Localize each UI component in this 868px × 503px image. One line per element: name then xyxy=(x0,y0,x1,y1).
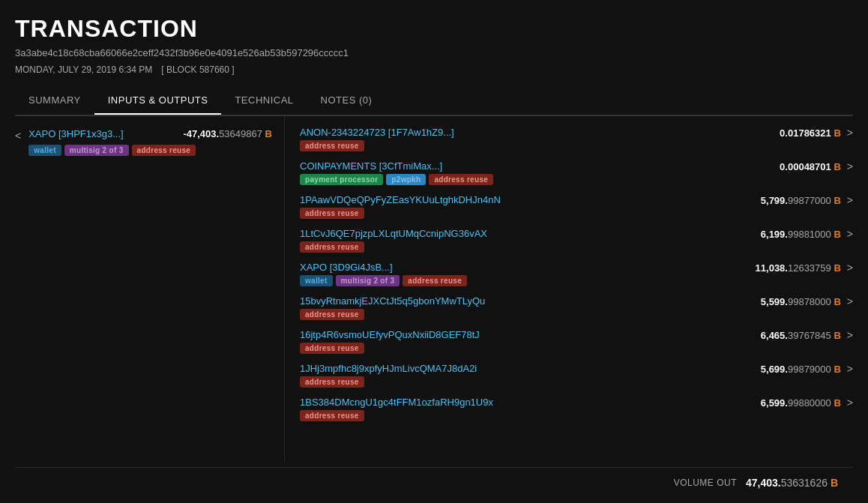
output-tags: address reuse xyxy=(300,208,761,219)
output-amount: 5,699.99879000 B xyxy=(761,364,841,375)
tag-address-reuse: address reuse xyxy=(300,376,364,388)
output-amount: 5,799.99877000 B xyxy=(761,195,841,206)
output-row: 1LtCvJ6QE7pjzpLXLqtUMqCcnipNG36vAXaddres… xyxy=(300,225,853,256)
arrow-right-icon: > xyxy=(847,262,853,274)
output-left: XAPO [3D9Gi4JsB...]walletmultisig 2 of 3… xyxy=(300,262,756,286)
tabs-bar: SUMMARYINPUTS & OUTPUTSTECHNICALNOTES (0… xyxy=(15,87,853,115)
page-title: TRANSACTION xyxy=(15,15,853,43)
output-row: 1BS384DMcngU1gc4tFFM1ozfaRH9gn1U9xaddres… xyxy=(300,394,853,424)
output-right: 0.01786321 B> xyxy=(780,127,853,139)
tag-p2wpkh: p2wpkh xyxy=(386,174,426,185)
volume-out-bold: 47,403. xyxy=(746,477,781,489)
output-name[interactable]: 16jtp4R6vsmoUEfyvPQuxNxiiD8GEF78tJ xyxy=(300,329,480,340)
volume-out-dim: 53631626 xyxy=(781,477,828,489)
output-tags: address reuse xyxy=(300,410,761,421)
arrow-right-icon: > xyxy=(847,160,853,172)
output-left: 1LtCvJ6QE7pjzpLXLqtUMqCcnipNG36vAXaddres… xyxy=(300,228,761,253)
tag-address-reuse: address reuse xyxy=(300,343,364,354)
outputs-panel: ANON-2343224723 [1F7Aw1hZ9...]address re… xyxy=(285,116,853,461)
output-left: 16jtp4R6vsmoUEfyvPQuxNxiiD8GEF78tJaddres… xyxy=(300,329,761,354)
tab-notes--0-[interactable]: NOTES (0) xyxy=(307,87,386,115)
arrow-right-icon: > xyxy=(847,397,853,409)
output-left: COINPAYMENTS [3CfTmiMax...]payment proce… xyxy=(300,160,780,185)
tag-payment-processor: payment processor xyxy=(300,174,383,185)
output-tags: walletmultisig 2 of 3address reuse xyxy=(300,275,756,286)
tag-address-reuse: address reuse xyxy=(300,140,364,151)
tag-address-reuse: address reuse xyxy=(403,275,467,286)
output-name[interactable]: 1PAawVDQeQPyFyZEasYKUuLtghkDHJn4nN xyxy=(300,194,501,205)
arrow-right-icon: > xyxy=(847,127,853,139)
output-amount: 6,465.39767845 B xyxy=(761,330,841,341)
tag-wallet: wallet xyxy=(300,275,333,286)
output-right: 6,465.39767845 B> xyxy=(761,329,853,341)
tag-wallet: wallet xyxy=(28,145,61,156)
output-name[interactable]: XAPO [3D9Gi4JsB...] xyxy=(300,262,393,273)
output-amount: 5,599.99878000 B xyxy=(761,296,841,307)
output-left: 15bvyRtnamkjEJXCtJt5q5gbonYMwTLyQuaddres… xyxy=(300,295,761,320)
input-row: <XAPO [3HPF1x3g3...]-47,403.53649867 Bwa… xyxy=(15,128,272,156)
volume-out-amount: 47,403.53631626 B xyxy=(746,477,838,489)
tab-summary[interactable]: SUMMARY xyxy=(15,87,94,115)
output-row: 16jtp4R6vsmoUEfyvPQuxNxiiD8GEF78tJaddres… xyxy=(300,326,853,357)
tx-hash: 3a3abe4c18c68cba66066e2ceff2432f3b96e0e4… xyxy=(15,47,853,58)
output-amount: 0.00048701 B xyxy=(780,161,841,172)
output-right: 6,599.99880000 B> xyxy=(761,397,853,409)
input-details: XAPO [3HPF1x3g3...]-47,403.53649867 Bwal… xyxy=(28,128,272,156)
arrow-right-icon: > xyxy=(847,228,853,240)
inputs-panel: <XAPO [3HPF1x3g3...]-47,403.53649867 Bwa… xyxy=(15,116,285,461)
output-row: 1JHj3mpfhc8j9xpfyHJmLivcQMA7J8dA2iaddres… xyxy=(300,360,853,391)
block-label: [ BLOCK 587660 ] xyxy=(161,64,234,75)
output-row: COINPAYMENTS [3CfTmiMax...]payment proce… xyxy=(300,157,853,188)
tab-inputs---outputs[interactable]: INPUTS & OUTPUTS xyxy=(94,87,222,115)
output-row: XAPO [3D9Gi4JsB...]walletmultisig 2 of 3… xyxy=(300,259,853,289)
output-name[interactable]: 1BS384DMcngU1gc4tFFM1ozfaRH9gn1U9x xyxy=(300,397,493,408)
output-tags: payment processorp2wpkhaddress reuse xyxy=(300,174,780,185)
output-name[interactable]: 15bvyRtnamkjEJXCtJt5q5gbonYMwTLyQu xyxy=(300,295,485,307)
output-right: 0.00048701 B> xyxy=(780,160,853,172)
tag-address-reuse: address reuse xyxy=(300,410,364,421)
output-amount: 11,038.12633759 B xyxy=(756,262,841,274)
tx-date: MONDAY, JULY 29, 2019 6:34 PM xyxy=(15,64,152,75)
input-row-inner: XAPO [3HPF1x3g3...]-47,403.53649867 B xyxy=(28,128,272,142)
output-right: 5,799.99877000 B> xyxy=(761,194,853,206)
arrow-right-icon: > xyxy=(847,295,853,307)
output-name[interactable]: 1LtCvJ6QE7pjzpLXLqtUMqCcnipNG36vAX xyxy=(300,228,487,239)
output-tags: address reuse xyxy=(300,140,780,151)
output-name[interactable]: COINPAYMENTS [3CfTmiMax...] xyxy=(300,160,442,172)
output-row: 1PAawVDQeQPyFyZEasYKUuLtghkDHJn4nNaddres… xyxy=(300,191,853,222)
tab-technical[interactable]: TECHNICAL xyxy=(221,87,307,115)
tx-meta: MONDAY, JULY 29, 2019 6:34 PM [ BLOCK 58… xyxy=(15,64,853,75)
arrow-right-icon: > xyxy=(847,363,853,375)
output-row: 15bvyRtnamkjEJXCtJt5q5gbonYMwTLyQuaddres… xyxy=(300,292,853,323)
io-container: <XAPO [3HPF1x3g3...]-47,403.53649867 Bwa… xyxy=(15,116,853,461)
tag-address-reuse: address reuse xyxy=(429,174,493,185)
btc-symbol: B xyxy=(831,477,838,489)
volume-out-label: VOLUME OUT xyxy=(674,478,737,488)
input-tags: walletmultisig 2 of 3address reuse xyxy=(28,145,272,156)
arrow-right-icon: > xyxy=(847,194,853,206)
output-name[interactable]: 1JHj3mpfhc8j9xpfyHJmLivcQMA7J8dA2i xyxy=(300,363,477,374)
volume-out-bar: VOLUME OUT 47,403.53631626 B xyxy=(15,467,853,498)
output-right: 5,699.99879000 B> xyxy=(761,363,853,375)
input-amount: -47,403.53649867 B xyxy=(183,128,272,139)
arrow-left-icon: < xyxy=(15,130,21,142)
tag-address-reuse: address reuse xyxy=(300,309,364,320)
output-tags: address reuse xyxy=(300,343,761,354)
output-name[interactable]: ANON-2343224723 [1F7Aw1hZ9...] xyxy=(300,127,454,138)
tag-address-reuse: address reuse xyxy=(300,241,364,253)
output-amount: 0.01786321 B xyxy=(780,127,841,139)
output-left: 1BS384DMcngU1gc4tFFM1ozfaRH9gn1U9xaddres… xyxy=(300,397,761,421)
input-name[interactable]: XAPO [3HPF1x3g3...] xyxy=(28,128,123,139)
page-container: TRANSACTION 3a3abe4c18c68cba66066e2ceff2… xyxy=(0,0,868,503)
output-left: ANON-2343224723 [1F7Aw1hZ9...]address re… xyxy=(300,127,780,151)
tag-multisig: multisig 2 of 3 xyxy=(64,145,129,156)
output-tags: address reuse xyxy=(300,241,761,253)
output-row: ANON-2343224723 [1F7Aw1hZ9...]address re… xyxy=(300,124,853,154)
output-amount: 6,199.99881000 B xyxy=(761,229,841,240)
output-amount: 6,599.99880000 B xyxy=(761,397,841,409)
output-right: 5,599.99878000 B> xyxy=(761,295,853,307)
output-left: 1JHj3mpfhc8j9xpfyHJmLivcQMA7J8dA2iaddres… xyxy=(300,363,761,388)
arrow-right-icon: > xyxy=(847,329,853,341)
output-right: 6,199.99881000 B> xyxy=(761,228,853,240)
tag-multisig: multisig 2 of 3 xyxy=(336,275,400,286)
